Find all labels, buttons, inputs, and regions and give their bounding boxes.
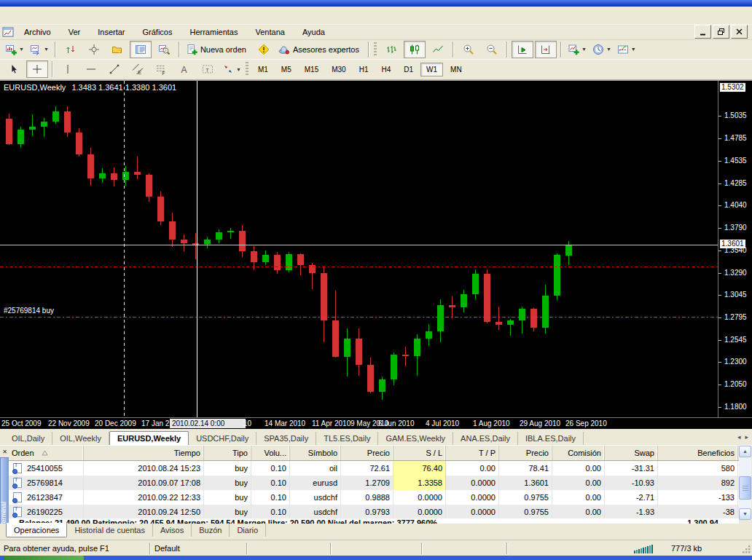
- templates-button[interactable]: ▼: [615, 41, 638, 58]
- new-chart-button[interactable]: ▼: [3, 41, 26, 58]
- data-window-button[interactable]: [83, 41, 105, 58]
- timeframe-m30[interactable]: M30: [326, 63, 351, 76]
- price-axis-label: 1.4535: [724, 157, 747, 165]
- chart-bars-button[interactable]: [380, 41, 402, 58]
- order-row[interactable]: 261902252010.09.24 12:50buy0.10usdchf0.9…: [9, 505, 739, 519]
- expert-advisors-button[interactable]: Asesores expertos: [276, 41, 364, 58]
- scroll-down-icon[interactable]: ▼: [739, 508, 751, 520]
- timeframe-m1[interactable]: M1: [252, 63, 274, 76]
- stop-loss-line: [0, 267, 718, 267]
- arrows-button[interactable]: ▼: [220, 60, 243, 78]
- text-label-button[interactable]: T: [197, 60, 219, 78]
- chart-tab-gam-es-weekly[interactable]: GAM.ES,Weekly: [378, 432, 453, 445]
- scrollbar-thumb[interactable]: [739, 476, 751, 500]
- zoom-in-button[interactable]: [458, 41, 479, 58]
- menu-herramientas[interactable]: Herramientas: [181, 25, 246, 39]
- profiles-button[interactable]: ▼: [28, 41, 51, 58]
- navigator-button[interactable]: [106, 41, 128, 58]
- chart-shift-button[interactable]: [535, 41, 557, 58]
- timeframe-m15[interactable]: M15: [299, 63, 324, 76]
- new-order-label: Nueva orden: [200, 45, 246, 54]
- candle-body: [99, 173, 106, 178]
- order-row[interactable]: 254100552010.08.24 15:23buy0.10oil72.617…: [9, 461, 739, 476]
- menu-ayuda[interactable]: Ayuda: [294, 25, 334, 39]
- timeframe-h1[interactable]: H1: [353, 63, 375, 76]
- new-order-button[interactable]: Nueva orden: [184, 41, 251, 58]
- resize-grip-icon[interactable]: [741, 544, 751, 556]
- terminal-tab-buzon[interactable]: Buzón: [192, 524, 230, 537]
- timeframe-d1[interactable]: D1: [398, 63, 419, 76]
- terminal-tab-historial-de-cuentas[interactable]: Historial de cuentas: [67, 524, 153, 537]
- vertical-line-button[interactable]: [57, 60, 79, 78]
- chart-tab-oil-weekly[interactable]: OIL,Weekly: [52, 432, 109, 445]
- column-header-t-p[interactable]: T / P: [446, 446, 499, 460]
- crosshair-button[interactable]: [26, 60, 48, 78]
- timeframe-w1[interactable]: W1: [420, 63, 443, 76]
- order-row[interactable]: 257698142010.09.07 17:08buy0.10eurusd1.2…: [9, 476, 739, 490]
- column-header-precio[interactable]: Precio: [341, 446, 393, 460]
- menu-ventana[interactable]: Ventana: [247, 25, 294, 39]
- trendline-button[interactable]: [103, 60, 125, 78]
- column-header-comision[interactable]: Comisión: [552, 446, 605, 460]
- menu-graficos[interactable]: Gráficos: [134, 25, 181, 39]
- terminal-button[interactable]: [130, 41, 152, 58]
- chart-tab-usdchf-daily[interactable]: USDCHF,Daily: [189, 432, 256, 445]
- column-header-beneficios[interactable]: Beneficios: [658, 446, 738, 460]
- column-header-precio[interactable]: Precio: [499, 446, 552, 460]
- restore-button[interactable]: [713, 25, 729, 39]
- column-header-swap[interactable]: Swap: [605, 446, 658, 460]
- terminal-close-icon[interactable]: ✕: [1, 447, 9, 457]
- minimize-button[interactable]: [694, 25, 711, 39]
- periods-button[interactable]: ▼: [590, 41, 614, 58]
- auto-scroll-button[interactable]: [512, 41, 533, 58]
- indicators-button[interactable]: ▼: [565, 41, 589, 58]
- terminal-tab-avisos[interactable]: Avisos: [153, 524, 192, 537]
- horizontal-line-button[interactable]: [80, 60, 102, 78]
- column-header-tipo[interactable]: Tipo: [204, 446, 251, 460]
- strategy-tester-button[interactable]: [153, 41, 175, 58]
- toolbar-grip: [246, 62, 248, 76]
- order-row[interactable]: 261238472010.09.22 12:33buy0.10usdchf0.9…: [9, 490, 739, 505]
- column-header-tiempo[interactable]: Tiempo: [84, 446, 204, 460]
- chart-tab-tl5-es-daily[interactable]: TL5.ES,Daily: [316, 432, 378, 445]
- timeframe-m5[interactable]: M5: [275, 63, 297, 76]
- cell: 2010.09.24 12:50: [84, 505, 204, 519]
- market-watch-button[interactable]: [60, 41, 82, 58]
- tabs-scroll-right-icon[interactable]: ▸: [745, 433, 748, 441]
- chart-title: EURUSD,Weekly1.3483 1.3641 1.3380 1.3601: [4, 83, 182, 92]
- status-profile[interactable]: Default: [151, 540, 246, 556]
- chart-tab-eurusd-weekly[interactable]: EURUSD,Weekly: [109, 431, 189, 446]
- channel-button[interactable]: E: [127, 60, 149, 78]
- column-header-simbolo[interactable]: Símbolo: [290, 446, 341, 460]
- menu-archivo[interactable]: Archivo: [15, 25, 60, 39]
- date-axis-label: 10: [243, 419, 251, 427]
- chart-tab-oil-daily[interactable]: OIL,Daily: [4, 432, 52, 445]
- tabs-scroll-left-icon[interactable]: ◂: [737, 433, 741, 441]
- chart-candles-button[interactable]: [404, 41, 426, 58]
- menu-insertar[interactable]: Insertar: [89, 25, 133, 39]
- chart-tab-ibla-es-daily[interactable]: IBLA.ES,Daily: [518, 432, 584, 445]
- price-axis[interactable]: 1.5302 1.3601 1.50351.47851.45351.42851.…: [718, 81, 752, 417]
- column-header-volu[interactable]: Volu...: [251, 446, 290, 460]
- timeframe-h4[interactable]: H4: [375, 63, 396, 76]
- fibonacci-button[interactable]: F: [150, 60, 172, 78]
- column-header-orden[interactable]: Orden: [9, 446, 84, 460]
- scroll-up-icon[interactable]: ▲: [739, 446, 751, 457]
- cursor-button[interactable]: [3, 60, 25, 78]
- column-header-s-l[interactable]: S / L: [393, 446, 446, 460]
- text-button[interactable]: A: [173, 60, 195, 78]
- chart-line-button[interactable]: [427, 41, 449, 58]
- cell: 0.10: [251, 505, 290, 519]
- timeframe-mn[interactable]: MN: [444, 63, 468, 76]
- terminal-tab-diario[interactable]: Diario: [230, 524, 266, 537]
- menu-ver[interactable]: Ver: [60, 25, 90, 39]
- metaeditor-button[interactable]: [253, 41, 275, 58]
- zoom-out-button[interactable]: [481, 41, 503, 58]
- chart-tab-ana-es-daily[interactable]: ANA.ES,Daily: [453, 432, 518, 445]
- table-scrollbar[interactable]: ▲ ▼: [739, 446, 751, 520]
- chart-tab-spa35-daily[interactable]: SPA35,Daily: [256, 432, 316, 445]
- terminal-tab-operaciones[interactable]: Operaciones: [6, 523, 67, 537]
- toolbar-grip: [374, 42, 377, 57]
- chart-plot-area[interactable]: EURUSD,Weekly1.3483 1.3641 1.3380 1.3601…: [0, 81, 718, 417]
- close-button[interactable]: [731, 25, 748, 39]
